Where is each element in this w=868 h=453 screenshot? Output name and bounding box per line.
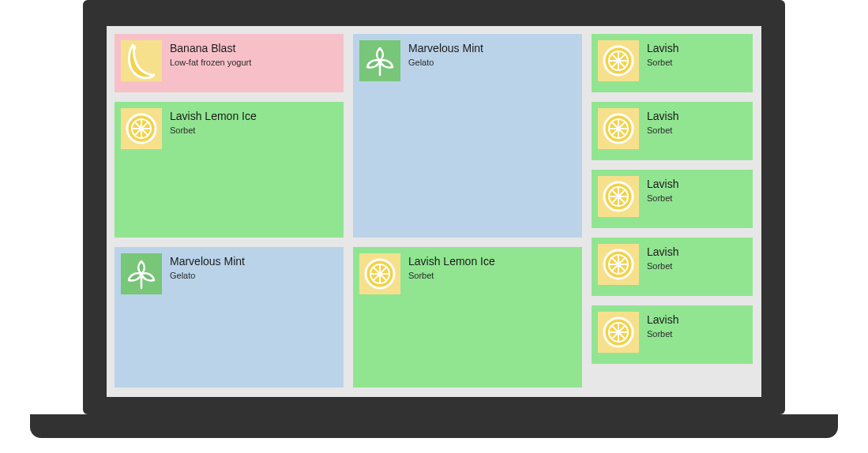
tile-lavish[interactable]: Lavish Sorbet xyxy=(592,238,753,296)
tile-subtitle: Sorbet xyxy=(408,270,495,281)
tile-grid: Banana Blast Low-fat frozen yogurt Lavis… xyxy=(115,34,753,389)
app-screen: Banana Blast Low-fat frozen yogurt Lavis… xyxy=(107,26,761,397)
tile-title: Lavish xyxy=(647,245,678,260)
lemon-icon xyxy=(598,244,639,285)
tile-title: Marvelous Mint xyxy=(170,255,245,269)
tile-subtitle: Sorbet xyxy=(647,57,678,68)
tile-subtitle: Gelato xyxy=(408,57,483,68)
lemon-icon xyxy=(359,253,400,294)
tile-subtitle: Gelato xyxy=(170,270,245,281)
tile-marvelous-mint[interactable]: Marvelous Mint Gelato xyxy=(353,34,582,238)
tile-title: Banana Blast xyxy=(170,42,251,56)
tile-marvelous-mint[interactable]: Marvelous Mint Gelato xyxy=(115,247,344,387)
tile-banana-blast[interactable]: Banana Blast Low-fat frozen yogurt xyxy=(115,34,344,92)
tile-lavish-lemon-ice[interactable]: Lavish Lemon Ice Sorbet xyxy=(115,102,344,238)
lemon-icon xyxy=(598,176,639,217)
tile-lavish[interactable]: Lavish Sorbet xyxy=(592,34,753,92)
tile-title: Marvelous Mint xyxy=(408,42,483,56)
tile-lavish[interactable]: Lavish Sorbet xyxy=(592,305,753,364)
laptop-frame: Banana Blast Low-fat frozen yogurt Lavis… xyxy=(0,0,868,453)
tile-title: Lavish xyxy=(647,178,678,192)
tile-subtitle: Sorbet xyxy=(170,125,257,136)
lemon-icon xyxy=(598,40,639,81)
mint-icon xyxy=(121,253,162,294)
tile-title: Lavish xyxy=(647,313,678,328)
tile-lavish-lemon-ice[interactable]: Lavish Lemon Ice Sorbet xyxy=(353,247,582,387)
tile-subtitle: Sorbet xyxy=(647,125,678,136)
lemon-icon xyxy=(121,108,162,149)
tile-lavish[interactable]: Lavish Sorbet xyxy=(592,170,753,228)
tile-subtitle: Sorbet xyxy=(647,260,678,271)
laptop-base xyxy=(30,414,838,438)
lemon-icon xyxy=(598,108,639,149)
tile-title: Lavish Lemon Ice xyxy=(170,110,257,124)
tile-title: Lavish xyxy=(647,42,678,56)
banana-icon xyxy=(121,40,162,81)
tile-lavish[interactable]: Lavish Sorbet xyxy=(592,102,753,160)
lemon-icon xyxy=(598,312,639,353)
tile-title: Lavish Lemon Ice xyxy=(408,255,495,269)
mint-icon xyxy=(359,40,400,81)
tile-title: Lavish xyxy=(647,110,678,124)
tile-subtitle: Sorbet xyxy=(647,328,678,339)
tile-subtitle: Sorbet xyxy=(647,193,678,204)
tile-subtitle: Low-fat frozen yogurt xyxy=(170,57,251,68)
